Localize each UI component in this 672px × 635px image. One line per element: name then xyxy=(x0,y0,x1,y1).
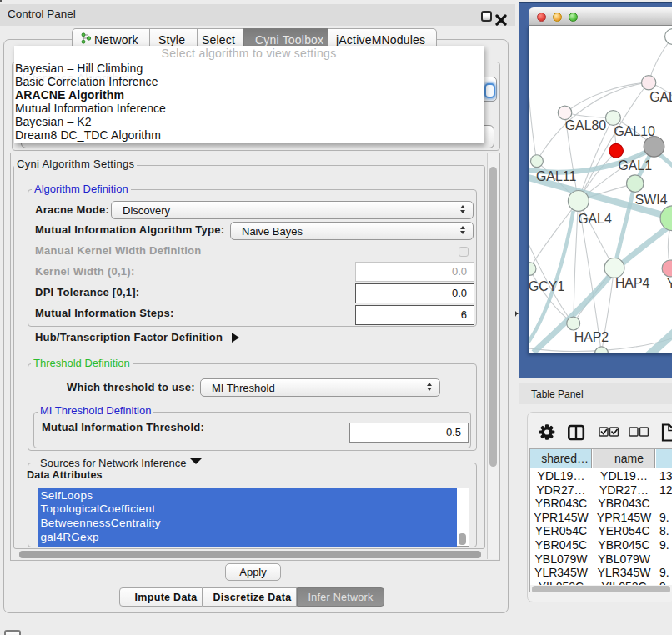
svg-text:Y: Y xyxy=(667,277,672,291)
svg-text:GAL: GAL xyxy=(649,90,672,104)
svg-text:GAL11: GAL11 xyxy=(536,169,576,183)
svg-text:HAP4: HAP4 xyxy=(615,276,650,290)
svg-text:HAP2: HAP2 xyxy=(574,330,609,344)
svg-text:GAL1: GAL1 xyxy=(618,158,652,172)
svg-text:GAL10: GAL10 xyxy=(614,124,655,138)
svg-text:SWI4: SWI4 xyxy=(635,192,668,207)
svg-text:GAL80: GAL80 xyxy=(565,118,607,132)
svg-text:GCY1: GCY1 xyxy=(529,279,564,293)
svg-text:GAL4: GAL4 xyxy=(578,212,612,226)
